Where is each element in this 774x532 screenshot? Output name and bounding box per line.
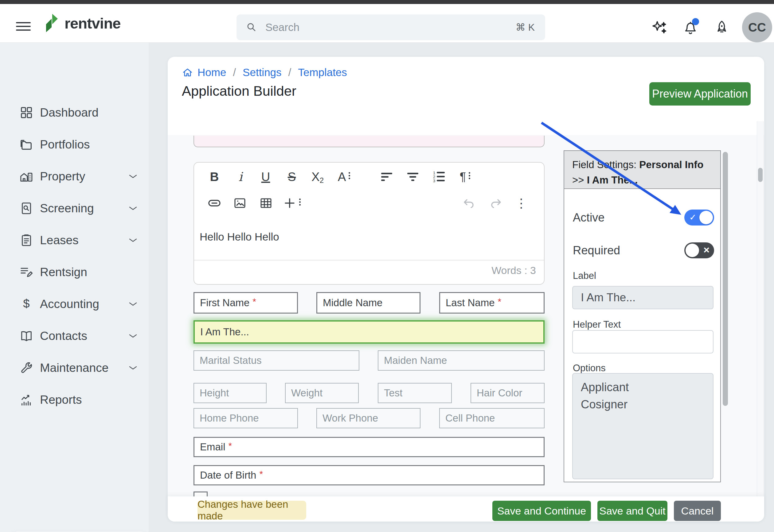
sidebar-item-dashboard[interactable]: Dashboard: [0, 97, 149, 129]
home-icon[interactable]: [182, 67, 193, 78]
bold-icon[interactable]: B: [205, 168, 224, 186]
preview-application-button[interactable]: Preview Application: [649, 82, 751, 106]
active-toggle[interactable]: ✓: [684, 210, 714, 226]
helper-text-input[interactable]: [572, 330, 714, 353]
card-scrollbar-thumb[interactable]: [758, 168, 763, 182]
application-builder-card: Home / Settings / Templates Application …: [168, 57, 764, 522]
option-line: Cosigner: [581, 396, 705, 413]
undo-icon[interactable]: [459, 194, 479, 212]
align-left-icon[interactable]: [377, 168, 397, 186]
rentsign-icon: [19, 265, 34, 279]
paragraph-menu-icon[interactable]: ¶: [455, 168, 475, 186]
contacts-icon: [19, 329, 34, 343]
underline-icon[interactable]: U: [256, 168, 276, 186]
field-weight[interactable]: Weight: [285, 383, 359, 403]
insert-table-icon[interactable]: [256, 194, 276, 212]
dashboard-icon: [19, 105, 34, 120]
clipped-next-field-checkbox[interactable]: [193, 492, 208, 496]
field-cell-phone[interactable]: Cell Phone: [439, 408, 544, 428]
screening-icon: [19, 201, 34, 216]
search-shortcut: ⌘ K: [516, 21, 535, 33]
search-input[interactable]: Search ⌘ K: [237, 14, 545, 40]
property-icon: [19, 169, 34, 184]
sidebar-item-reports[interactable]: Reports: [0, 384, 149, 416]
leases-icon: [19, 233, 34, 248]
changes-notice-badge: Changes have been made: [198, 501, 306, 520]
sidebar-item-screening[interactable]: Screening: [0, 192, 149, 224]
save-and-quit-button[interactable]: Save and Quit: [598, 501, 668, 521]
required-toggle[interactable]: ×: [684, 242, 714, 258]
rocket-icon[interactable]: [711, 16, 733, 38]
required-asterisk: *: [498, 296, 501, 307]
align-center-icon[interactable]: [403, 168, 423, 186]
sidebar-item-accounting[interactable]: $ Accounting: [0, 288, 149, 320]
breadcrumb-templates[interactable]: Templates: [298, 66, 347, 79]
field-test[interactable]: Test: [378, 383, 452, 403]
panel-scrollbar-thumb[interactable]: [723, 152, 728, 406]
sidebar-item-contacts[interactable]: Contacts: [0, 320, 149, 352]
field-hair-color[interactable]: Hair Color: [470, 383, 544, 403]
strikethrough-icon[interactable]: S: [282, 168, 302, 186]
notifications-bell-icon[interactable]: [679, 16, 702, 38]
field-maiden-name[interactable]: Maiden Name: [378, 350, 544, 371]
brand-logo[interactable]: rentvine: [44, 13, 121, 33]
word-count: Words : 3: [491, 264, 536, 276]
rich-text-editor: B i U S X2 A 123 ¶: [193, 162, 544, 285]
field-i-am-the-selected[interactable]: I Am The...: [193, 320, 544, 344]
font-style-menu-icon[interactable]: A: [334, 168, 354, 186]
toggle-knob: [686, 244, 699, 257]
accounting-icon: $: [19, 297, 34, 311]
sidebar-item-rentsign[interactable]: Rentsign: [0, 256, 149, 288]
ordered-list-icon[interactable]: 123: [429, 168, 449, 186]
browser-top-strip: [0, 0, 774, 4]
label-input[interactable]: I Am The...: [572, 286, 714, 309]
insert-more-icon[interactable]: [283, 194, 302, 212]
italic-icon[interactable]: i: [231, 168, 250, 186]
insert-image-icon[interactable]: [230, 194, 250, 212]
clipped-section-element[interactable]: [193, 136, 544, 147]
chevron-down-icon: [128, 301, 137, 307]
field-middle-name[interactable]: Middle Name: [316, 292, 420, 314]
breadcrumb-separator: /: [233, 66, 236, 79]
breadcrumb-separator: /: [288, 66, 292, 79]
field-height[interactable]: Height: [193, 383, 267, 403]
card-scrollbar-track[interactable]: [757, 121, 764, 496]
editor-content[interactable]: Hello Hello Hello: [200, 231, 537, 252]
sidebar-item-leases[interactable]: Leases: [0, 224, 149, 256]
field-date-of-birth[interactable]: Date of Birth*: [193, 465, 544, 485]
field-first-name[interactable]: First Name*: [193, 292, 298, 314]
field-email[interactable]: Email*: [193, 437, 544, 457]
sidebar-item-portfolios[interactable]: Portfolios: [0, 129, 149, 160]
cross-icon: ×: [703, 244, 710, 256]
field-home-phone[interactable]: Home Phone: [193, 408, 298, 428]
search-icon: [246, 21, 257, 33]
subscript-icon[interactable]: X2: [308, 168, 327, 186]
editor-more-options-icon[interactable]: ⋮: [511, 194, 531, 212]
editor-divider: [194, 260, 544, 260]
chevron-down-icon: [128, 206, 137, 211]
svg-text:3: 3: [433, 179, 435, 183]
redo-icon[interactable]: [486, 194, 505, 212]
maintenance-icon: [19, 360, 34, 375]
breadcrumb-settings[interactable]: Settings: [243, 66, 281, 79]
notification-dot: [692, 18, 699, 25]
field-last-name[interactable]: Last Name*: [439, 292, 544, 314]
page-title: Application Builder: [182, 83, 296, 99]
hamburger-menu-icon[interactable]: [16, 21, 31, 34]
sidebar-item-property[interactable]: Property: [0, 160, 149, 192]
cancel-button[interactable]: Cancel: [674, 501, 721, 521]
field-marital-status[interactable]: Marital Status: [193, 350, 359, 371]
insert-link-icon[interactable]: [205, 194, 224, 212]
ai-sparkles-icon[interactable]: [648, 16, 670, 38]
sidebar-item-maintenance[interactable]: Maintenance: [0, 352, 149, 384]
chevron-down-icon: [128, 174, 137, 179]
search-placeholder: Search: [265, 21, 516, 33]
action-footer: Changes have been made Save and Continue…: [168, 496, 764, 522]
options-textarea[interactable]: Applicant Cosigner: [572, 373, 714, 479]
field-settings-field: I Am The...: [587, 174, 638, 186]
user-avatar[interactable]: CC: [742, 12, 772, 42]
breadcrumb-home[interactable]: Home: [198, 66, 226, 79]
svg-text:$: $: [23, 297, 29, 310]
save-and-continue-button[interactable]: Save and Continue: [492, 501, 591, 521]
field-work-phone[interactable]: Work Phone: [316, 408, 420, 428]
